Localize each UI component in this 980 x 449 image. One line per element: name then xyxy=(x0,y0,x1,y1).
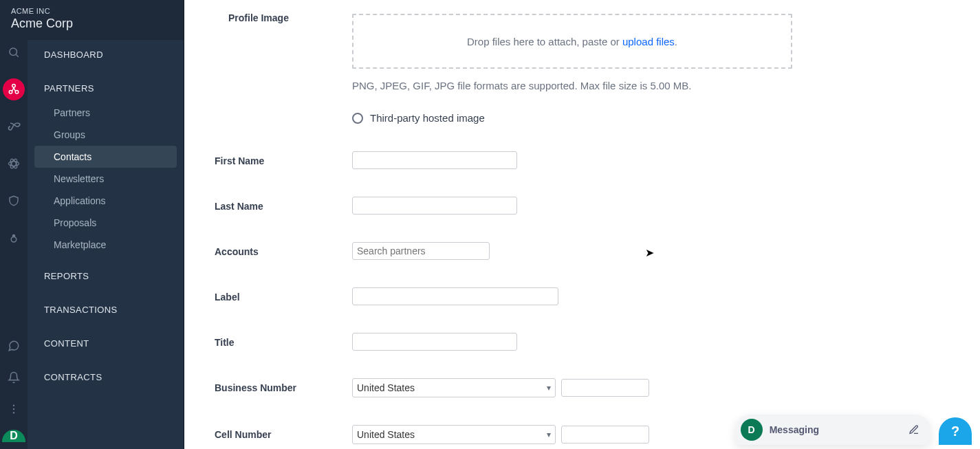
radio-icon xyxy=(352,113,363,124)
business-number-input[interactable] xyxy=(561,379,649,397)
label-last-name: Last Name xyxy=(215,197,352,212)
sidebar-item-partners[interactable]: Partners xyxy=(28,102,184,124)
app-switcher-icon[interactable] xyxy=(3,78,25,100)
cell-country-value: United States xyxy=(357,429,415,440)
chevron-down-icon: ▾ xyxy=(547,430,551,439)
dropzone-suffix: . xyxy=(675,36,677,47)
label-business-number: Business Number xyxy=(215,378,352,393)
messaging-pill[interactable]: D Messaging xyxy=(735,415,930,445)
icon-rail: D xyxy=(0,0,28,449)
svg-point-3 xyxy=(9,91,12,94)
cell-number-input[interactable] xyxy=(561,426,649,443)
main-content: Profile Image Drop files here to attach,… xyxy=(184,0,980,449)
sidebar-item-proposals[interactable]: Proposals xyxy=(28,212,184,234)
svg-point-10 xyxy=(13,405,14,406)
user-avatar[interactable]: D xyxy=(2,430,25,442)
dropzone-helper: PNG, JPEG, GIF, JPG file formats are sup… xyxy=(352,80,950,91)
label-profile-image: Profile Image xyxy=(215,8,352,23)
search-icon[interactable] xyxy=(3,41,25,63)
svg-line-1 xyxy=(16,54,18,56)
nav-content[interactable]: CONTENT xyxy=(28,323,184,357)
business-country-select[interactable]: United States ▾ xyxy=(352,378,556,397)
messaging-avatar: D xyxy=(741,419,763,441)
upload-files-link[interactable]: upload files xyxy=(622,36,675,47)
svg-point-12 xyxy=(13,412,14,413)
brand-small: ACME INC xyxy=(11,7,173,15)
svg-point-5 xyxy=(9,162,19,166)
svg-point-4 xyxy=(15,91,19,94)
nav-contracts[interactable]: CONTRACTS xyxy=(28,357,184,391)
file-dropzone[interactable]: Drop files here to attach, paste or uplo… xyxy=(352,14,792,69)
sidebar: ACME INC Acme Corp DASHBOARD PARTNERS Pa… xyxy=(28,0,184,449)
compose-icon[interactable] xyxy=(908,424,919,435)
label-input[interactable] xyxy=(352,287,558,305)
first-name-input[interactable] xyxy=(352,151,517,169)
title-input[interactable] xyxy=(352,333,517,351)
sidebar-item-newsletters[interactable]: Newsletters xyxy=(28,168,184,190)
svg-point-0 xyxy=(10,48,17,56)
sidebar-item-marketplace[interactable]: Marketplace xyxy=(28,234,184,256)
brand-block[interactable]: ACME INC Acme Corp xyxy=(0,0,184,40)
radio-third-party-label: Third-party hosted image xyxy=(370,112,485,124)
label-cell-number: Cell Number xyxy=(215,425,352,440)
last-name-input[interactable] xyxy=(352,197,517,215)
label-label: Label xyxy=(215,287,352,303)
shield-icon[interactable] xyxy=(3,190,25,212)
radio-third-party[interactable]: Third-party hosted image xyxy=(352,112,950,124)
more-icon[interactable] xyxy=(3,398,25,420)
accounts-search-input[interactable] xyxy=(352,242,490,260)
svg-point-9 xyxy=(11,237,17,243)
bell-icon[interactable] xyxy=(3,366,25,388)
brand-big: Acme Corp xyxy=(11,17,173,31)
placeholder-icon[interactable] xyxy=(3,227,25,249)
chat-icon[interactable] xyxy=(3,335,25,357)
help-fab[interactable]: ? xyxy=(939,417,972,445)
dropzone-prefix: Drop files here to attach, paste or xyxy=(467,36,622,47)
chevron-down-icon: ▾ xyxy=(547,383,551,393)
sidebar-item-groups[interactable]: Groups xyxy=(28,124,184,146)
label-accounts: Accounts xyxy=(215,242,352,257)
atom-icon[interactable] xyxy=(3,153,25,175)
nav-reports[interactable]: REPORTS xyxy=(28,256,184,289)
svg-point-11 xyxy=(13,408,14,410)
messaging-label: Messaging xyxy=(770,424,819,435)
nav-transactions[interactable]: TRANSACTIONS xyxy=(28,289,184,323)
cell-country-select[interactable]: United States ▾ xyxy=(352,425,556,444)
label-title: Title xyxy=(215,333,352,348)
rail-bottom-group: D xyxy=(2,335,25,442)
label-first-name: First Name xyxy=(215,151,352,166)
dropzone-text: Drop files here to attach, paste or uplo… xyxy=(467,36,677,47)
sidebar-item-applications[interactable]: Applications xyxy=(28,190,184,212)
sidebar-item-contacts[interactable]: Contacts xyxy=(34,146,177,168)
infinity-icon[interactable] xyxy=(3,116,25,138)
nav-partners-section[interactable]: PARTNERS xyxy=(28,68,184,102)
business-country-value: United States xyxy=(357,382,415,393)
